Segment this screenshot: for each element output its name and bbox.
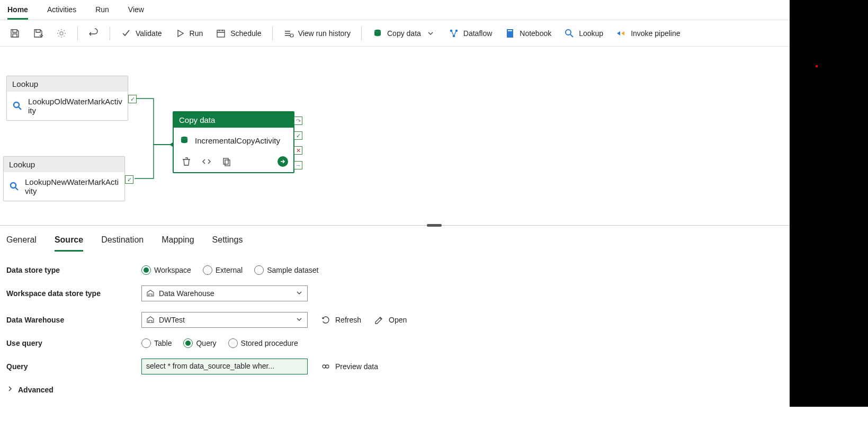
run-activity-icon[interactable] bbox=[278, 156, 288, 167]
warehouse-icon bbox=[146, 289, 155, 299]
activity-type-label: Lookup bbox=[7, 76, 128, 92]
radio-table[interactable]: Table bbox=[141, 338, 172, 348]
tab-view[interactable]: View bbox=[128, 3, 144, 20]
prop-tab-destination[interactable]: Destination bbox=[101, 233, 144, 252]
calendar-icon bbox=[216, 28, 226, 39]
run-button[interactable]: Run bbox=[169, 25, 209, 42]
save-as-button[interactable] bbox=[28, 25, 49, 42]
copy-data-label: Copy data bbox=[387, 29, 421, 38]
lookup-button[interactable]: Lookup bbox=[559, 25, 609, 42]
invoke-pipeline-button[interactable]: Invoke pipeline bbox=[611, 25, 685, 42]
svg-point-9 bbox=[566, 30, 571, 35]
schedule-label: Schedule bbox=[230, 29, 261, 38]
fail-port[interactable]: ✕ bbox=[294, 146, 302, 155]
refresh-label: Refresh bbox=[335, 316, 361, 324]
tab-activities[interactable]: Activities bbox=[47, 3, 76, 20]
advanced-label: Advanced bbox=[18, 386, 53, 394]
open-button[interactable]: Open bbox=[374, 315, 407, 325]
copy-data-icon bbox=[179, 133, 190, 148]
skip-port[interactable]: ↷ bbox=[294, 117, 302, 125]
gear-icon bbox=[56, 28, 67, 39]
save-button[interactable] bbox=[4, 25, 25, 42]
panel-resize-handle[interactable] bbox=[427, 224, 442, 227]
notebook-icon bbox=[505, 28, 515, 39]
copy-icon[interactable] bbox=[221, 156, 232, 167]
chevron-right-icon bbox=[6, 385, 14, 394]
radio-external-label: External bbox=[216, 266, 243, 274]
radio-workspace[interactable]: Workspace bbox=[141, 265, 191, 275]
view-run-history-label: View run history bbox=[298, 29, 351, 38]
open-label: Open bbox=[389, 316, 407, 324]
activity-node-lookup-new[interactable]: Lookup LookupNewWaterMarkActivity ✓ bbox=[3, 156, 125, 201]
notebook-button[interactable]: Notebook bbox=[499, 25, 557, 42]
code-icon[interactable] bbox=[201, 156, 212, 167]
svg-point-11 bbox=[11, 183, 16, 188]
activity-node-copy-data[interactable]: Copy data IncrementalCopyActivity ↷ ✓ ✕ … bbox=[173, 111, 294, 173]
validate-label: Validate bbox=[136, 29, 162, 38]
success-port[interactable]: ✓ bbox=[294, 131, 302, 140]
query-input[interactable]: select * from data_source_table wher... bbox=[141, 359, 308, 374]
undo-button[interactable] bbox=[83, 25, 104, 42]
history-icon bbox=[283, 28, 294, 39]
dataflow-button[interactable]: Dataflow bbox=[443, 25, 497, 42]
query-label: Query bbox=[6, 362, 141, 371]
radio-sample[interactable]: Sample dataset bbox=[254, 265, 318, 275]
svg-point-16 bbox=[326, 365, 329, 368]
copy-data-button[interactable]: Copy data bbox=[367, 25, 441, 42]
svg-point-15 bbox=[323, 365, 326, 368]
undo-icon bbox=[88, 28, 99, 39]
delete-icon[interactable] bbox=[181, 156, 192, 167]
radio-table-label: Table bbox=[154, 339, 172, 347]
svg-point-0 bbox=[60, 32, 63, 35]
warehouse-value: DWTest bbox=[159, 316, 185, 324]
toolbar: Validate Run Schedule View run history C… bbox=[0, 20, 868, 47]
notebook-label: Notebook bbox=[520, 29, 551, 38]
preview-data-button[interactable]: Preview data bbox=[320, 361, 378, 372]
radio-stored-procedure[interactable]: Stored procedure bbox=[228, 338, 298, 348]
right-black-strip bbox=[790, 0, 868, 407]
check-icon bbox=[121, 28, 131, 39]
refresh-button[interactable]: Refresh bbox=[320, 315, 361, 325]
activity-type-label: Lookup bbox=[4, 157, 124, 172]
tab-home[interactable]: Home bbox=[7, 3, 28, 20]
radio-query[interactable]: Query bbox=[183, 338, 216, 348]
lookup-icon bbox=[12, 101, 23, 111]
tab-run[interactable]: Run bbox=[95, 3, 109, 20]
refresh-icon bbox=[320, 315, 331, 325]
settings-button[interactable] bbox=[51, 25, 72, 42]
prop-tab-mapping[interactable]: Mapping bbox=[162, 233, 194, 252]
workspace-type-label: Workspace data store type bbox=[6, 289, 141, 298]
svg-rect-13 bbox=[223, 158, 228, 164]
chevron-down-icon bbox=[296, 289, 303, 298]
dataflow-icon bbox=[449, 28, 459, 39]
property-panel: General Source Destination Mapping Setti… bbox=[0, 226, 868, 394]
play-icon bbox=[175, 28, 185, 39]
svg-point-10 bbox=[14, 102, 19, 108]
success-port[interactable]: ✓ bbox=[128, 95, 137, 103]
lookup-icon bbox=[564, 28, 575, 39]
save-as-icon bbox=[33, 28, 43, 39]
activity-type-label: Copy data bbox=[174, 112, 293, 128]
advanced-toggle[interactable]: Advanced bbox=[6, 385, 862, 394]
property-tabs: General Source Destination Mapping Setti… bbox=[6, 233, 862, 252]
activity-node-lookup-old[interactable]: Lookup LookupOldWaterMarkActivity ✓ bbox=[6, 76, 128, 121]
pipeline-canvas[interactable]: Lookup LookupOldWaterMarkActivity ✓ Look… bbox=[0, 47, 868, 226]
invoke-label: Invoke pipeline bbox=[631, 29, 680, 38]
prop-tab-source[interactable]: Source bbox=[55, 233, 83, 252]
prop-tab-settings[interactable]: Settings bbox=[212, 233, 243, 252]
completion-port[interactable]: → bbox=[294, 161, 302, 169]
prop-tab-general[interactable]: General bbox=[6, 233, 37, 252]
svg-point-12 bbox=[181, 137, 187, 139]
workspace-type-dropdown[interactable]: Data Warehouse bbox=[141, 285, 308, 301]
schedule-button[interactable]: Schedule bbox=[210, 25, 266, 42]
preview-icon bbox=[320, 361, 331, 372]
view-run-history-button[interactable]: View run history bbox=[278, 25, 356, 42]
success-port[interactable]: ✓ bbox=[125, 175, 133, 184]
radio-external[interactable]: External bbox=[203, 265, 243, 275]
main-tabs: Home Activities Run View bbox=[0, 0, 868, 20]
red-dot bbox=[816, 65, 818, 67]
warehouse-dropdown[interactable]: DWTest bbox=[141, 312, 308, 328]
edit-icon bbox=[374, 315, 384, 325]
validate-button[interactable]: Validate bbox=[115, 25, 167, 42]
run-label: Run bbox=[190, 29, 203, 38]
